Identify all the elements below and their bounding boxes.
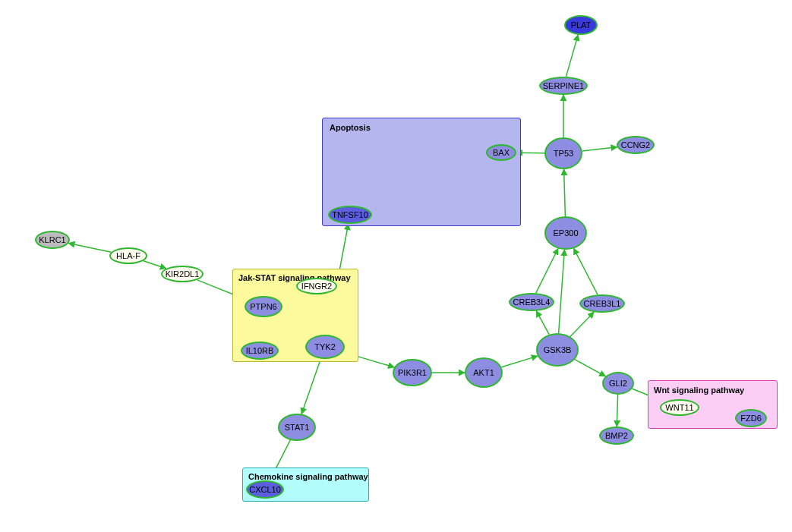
edge-GLI2-BMP2 bbox=[617, 395, 617, 427]
node-CREB3L1[interactable]: CREB3L1 bbox=[579, 294, 625, 313]
edge-CREB3L4-EP300 bbox=[536, 249, 558, 294]
node-CCNG2[interactable]: CCNG2 bbox=[617, 136, 655, 154]
edge-TP53-CCNG2 bbox=[582, 147, 617, 151]
node-EP300[interactable]: EP300 bbox=[544, 216, 587, 250]
node-BAX[interactable]: BAX bbox=[486, 144, 516, 161]
group-apoptosis-label: Apoptosis bbox=[330, 123, 371, 132]
network-canvas[interactable]: Apoptosis Jak-STAT signaling pathway Che… bbox=[0, 0, 792, 532]
edge-GSK3B-GLI2 bbox=[575, 360, 606, 376]
edge-HLA-F-KLRC1 bbox=[68, 244, 111, 253]
node-TNFSF10[interactable]: TNFSF10 bbox=[328, 206, 372, 224]
node-KIR2DL1[interactable]: KIR2DL1 bbox=[161, 266, 204, 282]
node-WNT11[interactable]: WNT11 bbox=[660, 399, 699, 416]
node-IL10RB[interactable]: IL10RB bbox=[241, 342, 279, 360]
node-GLI2[interactable]: GLI2 bbox=[602, 372, 634, 395]
edge-SERPINE1-PLAT bbox=[566, 35, 578, 77]
node-TP53[interactable]: TP53 bbox=[544, 137, 582, 169]
edge-CREB3L1-EP300 bbox=[574, 248, 598, 294]
edges-layer bbox=[0, 0, 792, 532]
node-STAT1[interactable]: STAT1 bbox=[278, 414, 316, 441]
node-CREB3L4[interactable]: CREB3L4 bbox=[509, 293, 554, 311]
edge-GSK3B-CREB3L4 bbox=[536, 311, 549, 335]
edge-EP300-TP53 bbox=[564, 169, 566, 216]
group-wnt-label: Wnt signaling pathway bbox=[654, 386, 744, 395]
node-FZD6[interactable]: FZD6 bbox=[735, 409, 767, 427]
edge-GSK3B-EP300 bbox=[559, 250, 565, 333]
node-TYK2[interactable]: TYK2 bbox=[305, 335, 345, 359]
edge-AKT1-GSK3B bbox=[501, 356, 538, 367]
node-PLAT[interactable]: PLAT bbox=[564, 15, 598, 35]
node-CXCL10[interactable]: CXCL10 bbox=[246, 480, 284, 499]
edge-TYK2-STAT1 bbox=[301, 359, 320, 414]
node-GSK3B[interactable]: GSK3B bbox=[536, 333, 579, 367]
node-PTPN6[interactable]: PTPN6 bbox=[245, 296, 282, 317]
node-PIK3R1[interactable]: PIK3R1 bbox=[393, 359, 432, 386]
edge-GSK3B-CREB3L1 bbox=[570, 312, 594, 336]
node-SERPINE1[interactable]: SERPINE1 bbox=[539, 77, 588, 95]
node-HLA-F[interactable]: HLA-F bbox=[109, 247, 147, 264]
edge-HLA-F-KIR2DL1 bbox=[144, 261, 166, 269]
node-KLRC1[interactable]: KLRC1 bbox=[35, 231, 70, 249]
node-IFNGR2[interactable]: IFNGR2 bbox=[296, 278, 337, 294]
node-AKT1[interactable]: AKT1 bbox=[465, 357, 503, 388]
node-BMP2[interactable]: BMP2 bbox=[599, 427, 634, 445]
